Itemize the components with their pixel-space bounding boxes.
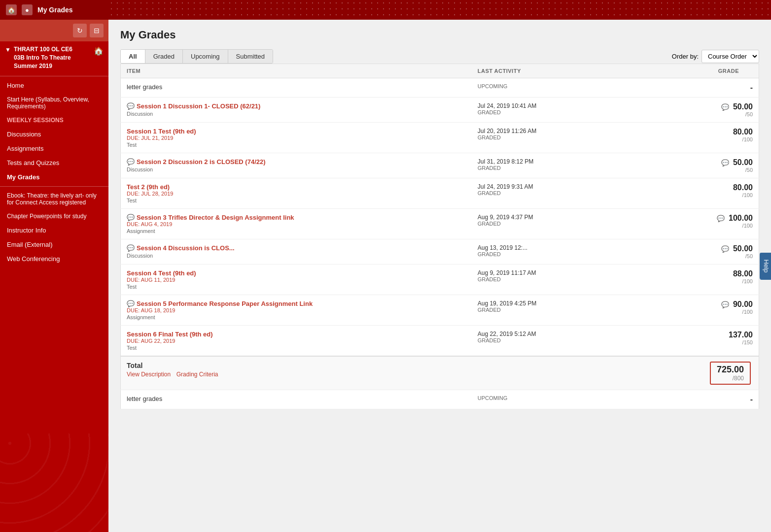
item-name[interactable]: Session 4 Discussion is CLOS... <box>137 244 235 252</box>
item-cell: 💬Session 4 Discussion is CLOS... Discuss… <box>121 239 472 265</box>
grade-cell: 💬 50.00 /50 <box>631 153 759 178</box>
filter-bar: All Graded Upcoming Submitted Order by: … <box>120 49 759 64</box>
table-row: letter grades UPCOMING - <box>121 390 759 409</box>
grade-cell: 💬 50.00 /50 <box>631 239 759 265</box>
item-name[interactable]: Session 6 Final Test (9th ed) <box>127 331 213 338</box>
grade-cell: 💬 90.00 /100 <box>631 295 759 326</box>
grade-value: 50.00 <box>733 244 753 253</box>
activity-cell: Aug 19, 2019 4:25 PM GRADED <box>472 295 631 326</box>
status-badge: GRADED <box>478 276 626 282</box>
col-grade: GRADE <box>631 64 759 78</box>
order-by-label: Order by: <box>672 53 699 60</box>
discussion-icon: 💬 <box>127 300 135 307</box>
sidebar-item-chapter-powerpoints[interactable]: Chapter Powerpoints for study <box>0 209 108 223</box>
last-activity: Aug 13, 2019 12:... <box>478 244 626 251</box>
activity-cell: Jul 20, 2019 11:26 AM GRADED <box>472 123 631 153</box>
page-heading: My Grades <box>120 29 759 41</box>
table-row: 💬Session 1 Discussion 1- CLOSED (62/21) … <box>121 98 759 123</box>
total-cell: Total View Description Grading Criteria <box>121 356 472 390</box>
last-activity: Aug 19, 2019 4:25 PM <box>478 300 626 307</box>
item-name[interactable]: Session 2 Discussion 2 is CLOSED (74/22) <box>137 158 266 166</box>
grading-criteria-link[interactable]: Grading Criteria <box>176 371 218 378</box>
item-name[interactable]: Session 4 Test (9th ed) <box>127 269 196 277</box>
sidebar-item-instructor-info[interactable]: Instructor Info <box>0 223 108 237</box>
tab-submitted[interactable]: Submitted <box>228 50 273 63</box>
tab-graded[interactable]: Graded <box>145 50 183 63</box>
item-cell: Session 1 Test (9th ed) DUE: JUL 21, 201… <box>121 123 472 153</box>
view-description-link[interactable]: View Description <box>127 371 171 378</box>
grade-value: 50.00 <box>733 158 753 166</box>
page-title: My Grades <box>37 6 73 14</box>
grade-cell: 💬 50.00 /50 <box>631 98 759 123</box>
grades-table: ITEM LAST ACTIVITY GRADE letter grades U… <box>120 64 759 409</box>
sidebar-item-discussions[interactable]: Discussions <box>0 127 108 141</box>
total-row: Total View Description Grading Criteria … <box>121 356 759 390</box>
item-cell: Session 4 Test (9th ed) DUE: AUG 11, 201… <box>121 265 472 295</box>
sidebar-item-assignments[interactable]: Assignments <box>0 141 108 156</box>
item-cell: 💬Session 2 Discussion 2 is CLOSED (74/22… <box>121 153 472 178</box>
sidebar-item-tests-quizzes[interactable]: Tests and Quizzes <box>0 156 108 170</box>
sidebar-item-my-grades[interactable]: My Grades <box>0 170 108 184</box>
order-by-select[interactable]: Course Order Due Date Grade <box>701 50 759 63</box>
layout-icon[interactable]: ⊟ <box>90 24 104 37</box>
item-type: Assignment <box>127 314 466 320</box>
item-due: DUE: AUG 22, 2019 <box>127 338 466 344</box>
sidebar-item-start-here[interactable]: Start Here (Syllabus, Overview, Requirem… <box>0 93 108 113</box>
item-type: Discussion <box>127 166 466 172</box>
grade-denom: /100 <box>637 223 753 229</box>
item-cell: Test 2 (9th ed) DUE: JUL 28, 2019 Test <box>121 178 472 209</box>
help-tab[interactable]: Help <box>760 253 771 280</box>
refresh-icon[interactable]: ↻ <box>73 24 87 37</box>
grade-cell: 88.00 /100 <box>631 265 759 295</box>
sidebar-item-ebook[interactable]: Ebook: Theatre: the lively art- only for… <box>0 189 108 209</box>
last-activity: Aug 9, 2019 11:17 AM <box>478 269 626 276</box>
home-icon[interactable]: 🏠 <box>6 4 17 15</box>
item-type: Test <box>127 284 466 290</box>
status-badge: GRADED <box>478 109 626 115</box>
sidebar-item-weekly-sessions[interactable]: WEEKLY SESSIONS <box>0 113 108 127</box>
filter-tabs: All Graded Upcoming Submitted <box>120 49 273 64</box>
collapse-arrow[interactable]: ▼ <box>5 46 11 53</box>
activity-cell: Jul 24, 2019 10:41 AM GRADED <box>472 98 631 123</box>
table-row: Test 2 (9th ed) DUE: JUL 28, 2019 Test J… <box>121 178 759 209</box>
grade-value: - <box>750 395 753 403</box>
item-name[interactable]: Test 2 (9th ed) <box>127 183 170 191</box>
total-label: Total <box>127 362 466 369</box>
total-activity-cell <box>472 356 631 390</box>
activity-cell: Jul 31, 2019 8:12 PM GRADED <box>472 153 631 178</box>
tab-all[interactable]: All <box>121 50 145 63</box>
grade-value: 80.00 <box>733 128 753 136</box>
grade-denom: /100 <box>637 309 753 315</box>
col-item: ITEM <box>121 64 472 78</box>
activity-cell: Aug 22, 2019 5:12 AM GRADED <box>472 326 631 357</box>
grade-value: 137.00 <box>729 331 753 339</box>
course-title: THRART 100 OL CE603B Intro To TheatreSum… <box>14 45 91 70</box>
item-cell: letter grades <box>121 78 472 98</box>
discussion-icon: 💬 <box>127 102 135 110</box>
status-badge: UPCOMING <box>478 83 626 89</box>
item-cell: letter grades <box>121 390 472 409</box>
status-badge: GRADED <box>478 134 626 140</box>
sidebar-item-email-external[interactable]: Email (External) <box>0 237 108 252</box>
grade-cell: 💬 100.00 /100 <box>631 209 759 239</box>
item-name[interactable]: Session 1 Discussion 1- CLOSED (62/21) <box>137 102 260 110</box>
order-by-section: Order by: Course Order Due Date Grade <box>672 50 759 63</box>
item-name[interactable]: Session 5 Performance Response Paper Ass… <box>137 300 313 307</box>
grade-denom: /150 <box>637 339 753 345</box>
activity-cell: Aug 9, 2019 11:17 AM GRADED <box>472 265 631 295</box>
grade-cell: 80.00 /100 <box>631 123 759 153</box>
table-row: 💬Session 4 Discussion is CLOS... Discuss… <box>121 239 759 265</box>
status-badge: GRADED <box>478 337 626 343</box>
discussion-icon: 💬 <box>127 244 135 252</box>
item-name[interactable]: Session 1 Test (9th ed) <box>127 128 196 135</box>
home-nav-icon[interactable]: 🏠 <box>94 46 104 56</box>
last-activity: Jul 24, 2019 9:31 AM <box>478 183 626 190</box>
circle-icon[interactable]: ● <box>22 4 33 15</box>
disc-icon-grade: 💬 <box>721 245 729 253</box>
grade-value: - <box>750 83 753 92</box>
item-name[interactable]: Session 3 Trifles Director & Design Assi… <box>137 214 294 221</box>
sidebar-item-web-conferencing[interactable]: Web Conferencing <box>0 252 108 266</box>
tab-upcoming[interactable]: Upcoming <box>183 50 228 63</box>
sidebar-item-home[interactable]: Home <box>0 78 108 93</box>
table-row: 💬Session 3 Trifles Director & Design Ass… <box>121 209 759 239</box>
